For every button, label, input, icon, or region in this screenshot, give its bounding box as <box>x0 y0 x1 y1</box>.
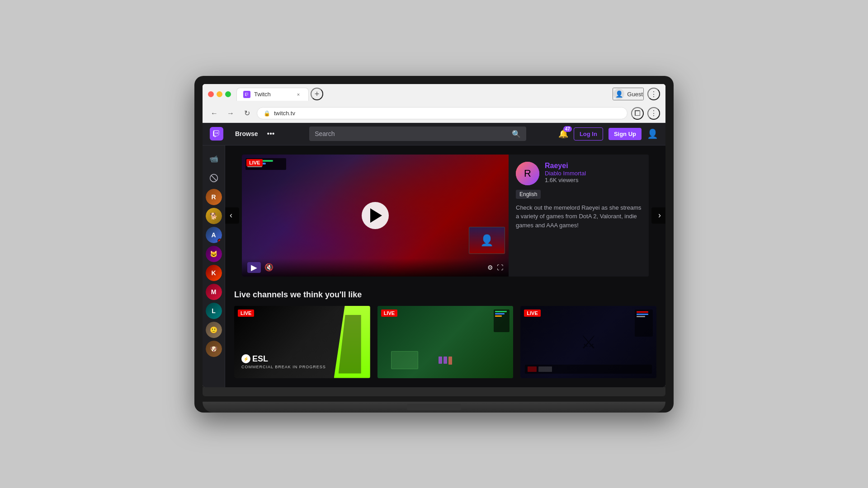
close-window-btn[interactable] <box>208 91 214 97</box>
live-badge-dark: LIVE <box>524 310 540 317</box>
streamer-header: R Raeyei Diablo Immortal 1.6K viewers <box>516 162 642 185</box>
browser-user-avatar: 👤 <box>613 89 624 99</box>
tab-title: Twitch <box>254 91 271 98</box>
browser-chrome: Twitch × + 👤 Guest ⋮ ← → ↻ <box>203 84 665 123</box>
dark-thumb: ⚔ <box>520 306 656 378</box>
browser-more-btn[interactable]: ⋮ <box>647 88 660 100</box>
user-icon-btn[interactable]: 👤 <box>647 128 658 139</box>
back-btn[interactable]: ← <box>208 107 221 120</box>
video-controls: ▶ 🔇 ⚙ ⛶ <box>242 258 509 277</box>
channel-card-esl[interactable]: LIVE ⚡ ESL <box>234 306 370 378</box>
volume-ctrl-btn[interactable]: 🔇 <box>264 263 274 272</box>
header-nav: Browse ••• <box>231 127 277 141</box>
featured-container: LIVE ▶ 🔇 ⚙ ⛶ <box>242 155 649 277</box>
twitch-body: 📹 R 🐕 A 🐱 <box>203 145 665 387</box>
forward-btn[interactable]: → <box>224 107 237 120</box>
browser-username: Guest <box>627 91 643 98</box>
sidebar-avatar-3[interactable]: A <box>206 227 222 243</box>
play-button[interactable] <box>362 202 389 229</box>
channel-thumb-dota: LIVE <box>377 306 514 378</box>
signup-btn[interactable]: Sign Up <box>609 128 642 140</box>
webcam-overlay <box>469 227 505 254</box>
header-right: 🔔 47 Log In Sign Up 👤 <box>558 127 658 141</box>
laptop-bottom <box>203 387 665 396</box>
section-title: Live channels we think you'll like <box>234 290 656 300</box>
laptop-outer: Twitch × + 👤 Guest ⋮ ← → ↻ <box>194 76 674 413</box>
search-input[interactable] <box>315 127 512 141</box>
notifications-btn[interactable]: 🔔 47 <box>558 129 568 139</box>
play-ctrl-btn[interactable]: ▶ <box>247 262 261 273</box>
lock-icon: 🔒 <box>264 110 270 117</box>
stream-language-badge: English <box>516 190 541 199</box>
twitch-content: ‹ <box>225 145 665 387</box>
twitch-header: Browse ••• 🔍 🔔 47 Log In Sign Up 👤 <box>203 123 665 145</box>
svg-line-1 <box>211 175 217 181</box>
stream-info-panel: R Raeyei Diablo Immortal 1.6K viewers <box>509 155 649 277</box>
esl-break-text: COMMERCIAL BREAK IN PROGRESS <box>241 365 326 369</box>
dark-ui-panel <box>635 310 653 337</box>
video-player: LIVE ▶ 🔇 ⚙ ⛶ <box>242 155 509 277</box>
streamer-avatar[interactable]: R <box>516 162 539 185</box>
notification-badge: 47 <box>563 126 572 132</box>
live-channels-section: Live channels we think you'll like LIVE <box>234 290 656 378</box>
sidebar-avatar-7[interactable]: L <box>206 303 222 319</box>
login-btn[interactable]: Log In <box>574 127 603 141</box>
minimize-window-btn[interactable] <box>217 91 222 97</box>
sidebar-avatar-1[interactable]: R <box>206 189 222 205</box>
stream-description: Check out the memelord Raeyei as she str… <box>516 203 642 230</box>
browser-tab[interactable]: Twitch × <box>236 88 309 101</box>
esl-character-shape <box>325 306 370 378</box>
stream-game[interactable]: Diablo Immortal <box>545 170 642 177</box>
esl-logo-text: ⚡ ESL <box>241 354 326 364</box>
tab-close-btn[interactable]: × <box>295 91 302 98</box>
carousel-prev-btn[interactable]: ‹ <box>225 207 239 224</box>
esl-logo-area: ⚡ ESL COMMERCIAL BREAK IN PROGRESS <box>241 354 326 369</box>
url-text: twitch.tv <box>274 110 295 117</box>
sidebar-avatar-5[interactable]: K <box>206 265 222 281</box>
search-icon[interactable]: 🔍 <box>512 130 521 138</box>
sidebar-avatar-6[interactable]: M <box>206 284 222 300</box>
address-bar[interactable]: 🔒 twitch.tv <box>257 107 627 119</box>
channel-thumb-esl: LIVE ⚡ ESL <box>234 306 370 378</box>
browser-actions-right: 👤 Guest ⋮ <box>613 88 660 100</box>
sidebar-avatar-2[interactable]: 🐕 <box>206 208 222 224</box>
esl-logo-icon: ⚡ <box>241 354 250 363</box>
browser-profile-btn[interactable]: 👤 Guest <box>613 88 644 100</box>
dota-thumb <box>377 306 514 378</box>
sidebar-avatar-8[interactable]: 🙂 <box>206 322 222 338</box>
live-badge-esl: LIVE <box>238 310 254 317</box>
header-more-btn[interactable]: ••• <box>264 127 278 141</box>
streamer-name[interactable]: Raeyei <box>545 162 642 170</box>
maximize-window-btn[interactable] <box>225 91 231 97</box>
viewer-count: 1.6K viewers <box>545 177 642 183</box>
live-badge-dota: LIVE <box>381 310 397 317</box>
laptop-screen: Twitch × + 👤 Guest ⋮ ← → ↻ <box>203 84 665 387</box>
channels-grid: LIVE ⚡ ESL <box>234 306 656 378</box>
settings-ctrl-btn[interactable]: ⚙ <box>487 264 493 271</box>
streamer-details: Raeyei Diablo Immortal 1.6K viewers <box>545 162 642 183</box>
channel-thumb-dark: LIVE ⚔ <box>520 306 656 378</box>
channel-card-dark[interactable]: LIVE ⚔ <box>520 306 656 378</box>
refresh-btn[interactable]: ↻ <box>241 107 253 120</box>
window-controls <box>208 91 231 97</box>
laptop-hinge <box>203 396 665 402</box>
header-search-box: 🔍 <box>309 127 526 141</box>
browse-nav-item[interactable]: Browse <box>231 127 263 140</box>
fullscreen-ctrl-btn[interactable]: ⛶ <box>497 264 503 271</box>
trackpad[interactable] <box>407 404 461 410</box>
sidebar-avatar-4[interactable]: 🐱 <box>206 246 222 262</box>
new-tab-btn[interactable]: + <box>311 88 323 100</box>
channel-card-dota[interactable]: LIVE <box>377 306 514 378</box>
browser-more-options-btn[interactable]: ⋮ <box>647 107 660 120</box>
sidebar-video-icon[interactable]: 📹 <box>206 151 222 167</box>
twitch-logo[interactable] <box>210 127 223 141</box>
carousel-next-btn[interactable]: › <box>651 207 665 224</box>
twitch-site: Browse ••• 🔍 🔔 47 Log In Sign Up 👤 <box>203 123 665 387</box>
sidebar-community-icon[interactable] <box>206 170 222 186</box>
laptop-base <box>203 402 665 413</box>
sidebar-avatar-9[interactable]: 🐶 <box>206 341 222 357</box>
twitch-sidebar: 📹 R 🐕 A 🐱 <box>203 145 225 387</box>
bookmark-btn[interactable]: ⧠ <box>631 107 644 120</box>
live-badge-main: LIVE <box>246 159 263 166</box>
twitch-favicon <box>243 91 250 98</box>
